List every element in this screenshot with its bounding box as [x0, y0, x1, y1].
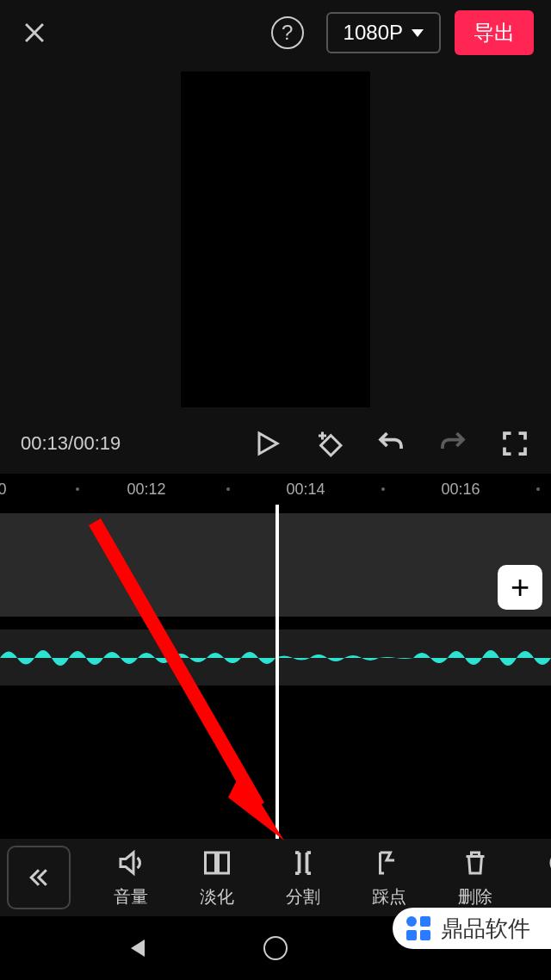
- collapse-toolbar-button[interactable]: [7, 846, 71, 909]
- svg-rect-13: [420, 930, 430, 940]
- keyframe-button[interactable]: [313, 428, 344, 459]
- tool-delete[interactable]: 删除: [432, 847, 518, 909]
- svg-rect-7: [206, 853, 216, 873]
- redo-button[interactable]: [437, 428, 468, 459]
- ruler-dot: [76, 487, 79, 491]
- tool-label: 淡化: [200, 885, 234, 909]
- video-preview[interactable]: [0, 65, 551, 413]
- timeline[interactable]: +: [0, 505, 551, 842]
- watermark-logo-icon: [403, 913, 434, 944]
- fade-icon: [201, 847, 232, 878]
- watermark-text: 鼎品软件: [441, 914, 530, 944]
- ruler-dot: [226, 487, 230, 491]
- ruler-dot: [381, 487, 385, 491]
- ruler-mark: 0:10: [0, 481, 7, 499]
- svg-rect-8: [219, 853, 229, 873]
- timecode: 00:13/00:19: [21, 432, 121, 455]
- play-button[interactable]: [251, 428, 282, 459]
- nav-home[interactable]: [207, 936, 344, 960]
- beat-icon: [374, 847, 405, 878]
- tool-label: 删除: [458, 885, 492, 909]
- tool-split[interactable]: 分割: [260, 847, 346, 909]
- watermark: 鼎品软件: [393, 908, 551, 949]
- tool-transform[interactable]: 变: [518, 847, 551, 909]
- help-icon[interactable]: ?: [271, 16, 304, 49]
- chevron-down-icon: [412, 29, 424, 37]
- undo-button[interactable]: [375, 428, 406, 459]
- tool-label: 分割: [286, 885, 320, 909]
- svg-rect-12: [420, 916, 430, 927]
- transform-icon: [546, 847, 551, 878]
- fullscreen-button[interactable]: [499, 428, 530, 459]
- tool-volume[interactable]: 音量: [88, 847, 174, 909]
- resolution-selector[interactable]: 1080P: [326, 12, 441, 53]
- video-frame: [181, 71, 370, 407]
- tool-items: 音量淡化分割踩点删除变: [71, 847, 551, 909]
- tool-fade[interactable]: 淡化: [174, 847, 260, 909]
- export-button[interactable]: 导出: [455, 10, 534, 55]
- bottom-toolbar: 音量淡化分割踩点删除变: [0, 839, 551, 916]
- svg-rect-11: [406, 930, 417, 940]
- ruler-mark: 00:16: [441, 481, 480, 499]
- ruler-mark: 00:12: [127, 481, 165, 499]
- delete-icon: [460, 847, 491, 878]
- ruler-mark: 00:14: [286, 481, 325, 499]
- playback-controls: 00:13/00:19: [0, 413, 551, 474]
- add-clip-button[interactable]: +: [498, 565, 542, 610]
- resolution-label: 1080P: [344, 21, 403, 45]
- tool-label: 踩点: [372, 885, 406, 909]
- svg-rect-1: [321, 436, 341, 456]
- ruler-dot: [536, 487, 540, 491]
- nav-back[interactable]: [69, 940, 207, 957]
- svg-marker-0: [259, 433, 277, 454]
- playhead[interactable]: [276, 505, 279, 842]
- top-bar: ? 1080P 导出: [0, 0, 551, 65]
- timeline-ruler[interactable]: 0:1000:1200:1400:16: [0, 474, 551, 505]
- close-button[interactable]: [17, 18, 52, 47]
- volume-icon: [115, 847, 146, 878]
- tool-label: 音量: [114, 885, 148, 909]
- svg-point-10: [406, 916, 417, 927]
- tool-beat[interactable]: 踩点: [346, 847, 432, 909]
- split-icon: [288, 847, 319, 878]
